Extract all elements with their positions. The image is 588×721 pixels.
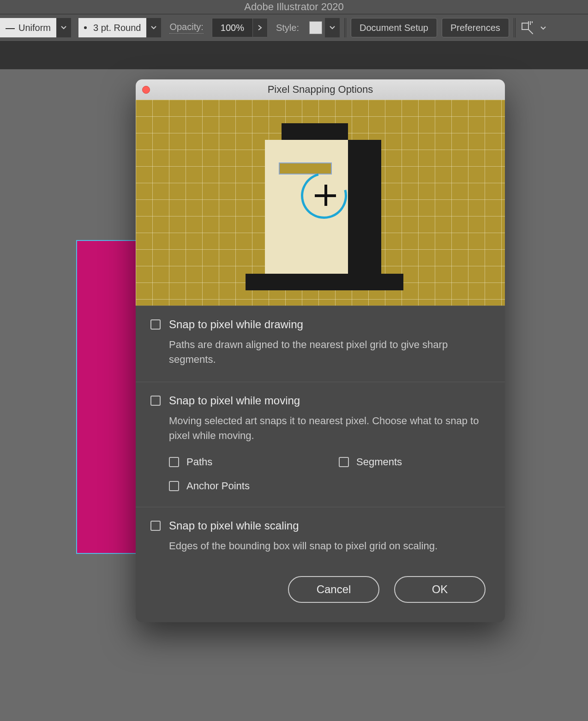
snap-paths-option[interactable]: Paths (169, 456, 320, 468)
dialog-titlebar[interactable]: Pixel Snapping Options (136, 79, 505, 100)
app-title-bar: Adobe Illustrator 2020 (0, 0, 588, 14)
chevron-down-icon[interactable] (56, 18, 71, 37)
graphic-style-control[interactable] (307, 18, 340, 37)
style-label: Style: (276, 23, 299, 33)
chevron-right-icon[interactable] (253, 18, 268, 37)
cancel-button[interactable]: Cancel (288, 576, 379, 603)
snap-anchors-option[interactable]: Anchor Points (169, 480, 320, 492)
document-setup-button[interactable]: Document Setup (351, 18, 437, 37)
style-swatch[interactable] (309, 21, 322, 34)
snap-moving-checkbox[interactable] (150, 396, 161, 406)
divider (344, 18, 346, 37)
chevron-down-icon[interactable] (146, 18, 161, 37)
snap-drawing-title: Snap to pixel while drawing (169, 318, 490, 331)
ok-button[interactable]: OK (394, 576, 486, 603)
close-icon[interactable] (142, 86, 150, 94)
document-tab-strip (0, 42, 588, 69)
snap-paths-checkbox[interactable] (169, 457, 179, 467)
chevron-down-icon[interactable] (325, 18, 340, 37)
app-title: Adobe Illustrator 2020 (244, 1, 343, 13)
snap-anchors-checkbox[interactable] (169, 481, 179, 491)
chevron-down-icon[interactable] (540, 24, 546, 31)
pixel-snapping-dialog: Pixel Snapping Options Snap to pixel whi… (136, 79, 505, 622)
snap-drawing-checkbox[interactable] (150, 319, 161, 330)
opacity-value[interactable]: 100% (212, 18, 253, 37)
snap-segments-checkbox[interactable] (339, 457, 349, 467)
snap-drawing-desc: Paths are drawn aligned to the nearest p… (169, 337, 490, 367)
brush-style-label: 3 pt. Round (78, 18, 146, 37)
snap-scaling-desc: Edges of the bounding box will snap to p… (169, 539, 490, 553)
svg-rect-0 (522, 23, 528, 30)
snap-scaling-title: Snap to pixel while scaling (169, 519, 490, 532)
stroke-profile-control[interactable]: — Uniform (0, 18, 71, 37)
dialog-title: Pixel Snapping Options (136, 84, 505, 96)
dialog-illustration (136, 100, 505, 306)
preferences-button[interactable]: Preferences (442, 18, 509, 37)
stroke-profile-label: — Uniform (0, 18, 56, 37)
snap-moving-title: Snap to pixel while moving (169, 394, 490, 407)
divider (514, 18, 516, 37)
opacity-control[interactable]: 100% (212, 18, 268, 37)
snap-moving-desc: Moving selected art snaps it to nearest … (169, 414, 490, 443)
snap-segments-option[interactable]: Segments (339, 456, 490, 468)
options-bar: — Uniform 3 pt. Round Opacity: 100% Styl… (0, 14, 588, 42)
brush-style-control[interactable]: 3 pt. Round (78, 18, 161, 37)
opacity-label[interactable]: Opacity: (169, 22, 203, 34)
snap-scaling-checkbox[interactable] (150, 521, 161, 531)
transform-icon[interactable] (520, 20, 536, 36)
